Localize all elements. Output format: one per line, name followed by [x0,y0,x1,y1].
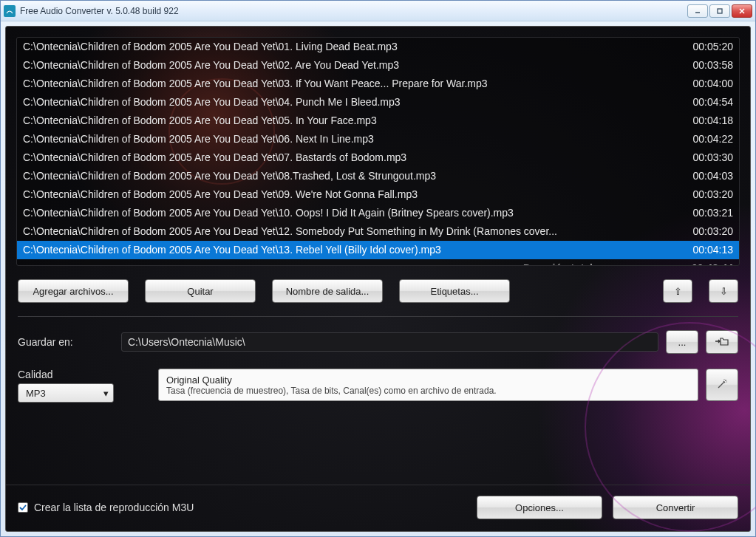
convert-button[interactable]: Convertir [613,496,738,519]
file-path: C:\Ontecnia\Children of Bodom 2005 Are Y… [23,39,674,55]
file-path: C:\Ontecnia\Children of Bodom 2005 Are Y… [23,187,674,202]
settings-area: Guardar en: ... Calidad MP3 ▾ [6,317,750,408]
arrow-down-icon: ⇩ [720,286,728,297]
file-path: C:\Ontecnia\Children of Bodom 2005 Are Y… [23,131,674,147]
file-duration: 00:04:00 [674,76,733,92]
remove-button[interactable]: Quitar [145,279,256,303]
arrow-up-icon: ⇧ [674,286,682,297]
file-duration: 00:03:20 [674,224,733,239]
total-duration-value: 00:48:44 [674,262,733,266]
file-duration: 00:04:22 [674,131,733,147]
svg-rect-1 [718,9,722,13]
file-path: C:\Ontecnia\Children of Bodom 2005 Are Y… [23,150,674,165]
file-path: C:\Ontecnia\Children of Bodom 2005 Are Y… [23,168,674,184]
file-path: C:\Ontecnia\Children of Bodom 2005 Are Y… [23,113,674,129]
file-row[interactable]: C:\Ontecnia\Children of Bodom 2005 Are Y… [17,167,739,185]
move-down-button[interactable]: ⇩ [709,279,738,303]
file-path: C:\Ontecnia\Children of Bodom 2005 Are Y… [23,95,674,110]
file-duration: 00:03:30 [674,150,733,165]
format-value: MP3 [26,388,46,399]
format-select[interactable]: MP3 ▾ [18,383,114,403]
file-row[interactable]: C:\Ontecnia\Children of Bodom 2005 Are Y… [17,93,739,112]
file-duration: 00:05:20 [674,39,733,55]
app-window: Free Audio Converter v. 5.0.48 build 922… [0,0,756,537]
file-row[interactable]: C:\Ontecnia\Children of Bodom 2005 Are Y… [17,222,739,241]
wand-icon [716,378,728,392]
quality-row: Calidad MP3 ▾ Original Quality Tasa (fre… [18,369,738,403]
file-duration: 00:03:20 [674,187,733,202]
close-button[interactable] [732,4,752,18]
output-name-button[interactable]: Nombre de salida... [272,279,383,303]
file-duration: 00:03:58 [674,58,733,73]
file-row[interactable]: C:\Ontecnia\Children of Bodom 2005 Are Y… [17,112,739,130]
minimize-button[interactable] [687,4,708,18]
playlist-label[interactable]: Crear la lista de reproducción M3U [34,502,194,513]
file-row[interactable]: C:\Ontecnia\Children of Bodom 2005 Are Y… [17,38,739,56]
bottom-bar: Crear la lista de reproducción M3U Opcio… [6,485,750,531]
file-duration: 00:03:21 [674,205,733,221]
playlist-checkbox[interactable] [18,502,28,513]
file-path: C:\Ontecnia\Children of Bodom 2005 Are Y… [23,242,674,258]
total-duration-label: Duración total [23,262,674,266]
file-path: C:\Ontecnia\Children of Bodom 2005 Are Y… [23,76,674,92]
file-duration: 00:04:54 [674,95,733,110]
file-row[interactable]: C:\Ontecnia\Children of Bodom 2005 Are Y… [17,204,739,222]
open-folder-button[interactable] [706,330,738,354]
maximize-button[interactable] [709,4,730,18]
open-folder-icon [715,336,729,349]
file-path: C:\Ontecnia\Children of Bodom 2005 Are Y… [23,58,674,73]
file-row[interactable]: C:\Ontecnia\Children of Bodom 2005 Are Y… [17,148,739,167]
file-duration: 00:04:03 [674,168,733,184]
tags-button[interactable]: Etiquetas... [399,279,510,303]
chevron-down-icon: ▾ [103,388,109,399]
quality-label: Calidad [18,369,114,380]
quality-preset-box[interactable]: Original Quality Tasa (frecuencia de mue… [158,369,698,401]
client-area: C:\Ontecnia\Children of Bodom 2005 Are Y… [5,26,751,532]
file-path: C:\Ontecnia\Children of Bodom 2005 Are Y… [23,224,674,239]
move-up-button[interactable]: ⇧ [663,279,692,303]
window-controls [687,4,752,18]
file-duration: 00:04:13 [674,242,733,258]
quality-wizard-button[interactable] [706,369,738,401]
file-duration: 00:04:18 [674,113,733,129]
file-row[interactable]: C:\Ontecnia\Children of Bodom 2005 Are Y… [17,185,739,204]
options-button[interactable]: Opciones... [477,496,602,519]
save-path-input[interactable] [121,332,658,352]
file-row[interactable]: C:\Ontecnia\Children of Bodom 2005 Are Y… [17,241,739,259]
browse-button[interactable]: ... [666,330,698,354]
file-row[interactable]: C:\Ontecnia\Children of Bodom 2005 Are Y… [17,56,739,75]
file-path: C:\Ontecnia\Children of Bodom 2005 Are Y… [23,205,674,221]
app-icon [4,5,16,17]
save-row: Guardar en: ... [18,330,738,354]
window-title: Free Audio Converter v. 5.0.48 build 922 [20,6,687,16]
titlebar[interactable]: Free Audio Converter v. 5.0.48 build 922 [1,1,755,21]
add-files-button[interactable]: Agregar archivos... [18,279,129,303]
file-list[interactable]: C:\Ontecnia\Children of Bodom 2005 Are Y… [16,37,740,266]
total-duration-row: Duración total 00:48:44 [17,259,739,266]
file-row[interactable]: C:\Ontecnia\Children of Bodom 2005 Are Y… [17,75,739,93]
check-icon [19,504,27,511]
file-row[interactable]: C:\Ontecnia\Children of Bodom 2005 Are Y… [17,130,739,148]
file-toolbar: Agregar archivos... Quitar Nombre de sal… [6,269,750,316]
quality-desc: Tasa (frecuencia de muestreo), Tasa de b… [166,386,690,396]
quality-title: Original Quality [166,374,690,386]
save-label: Guardar en: [18,336,114,348]
